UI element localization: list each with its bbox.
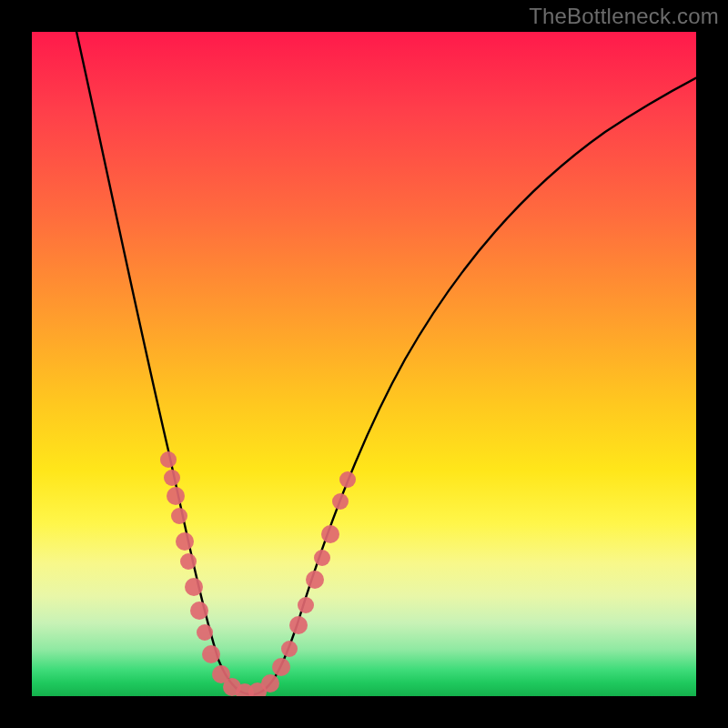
svg-point-4 <box>176 532 194 551</box>
svg-point-20 <box>314 550 330 566</box>
svg-point-7 <box>190 602 208 620</box>
watermark-text: TheBottleneck.com <box>529 4 719 29</box>
curve-svg <box>32 32 696 696</box>
svg-point-22 <box>332 493 349 510</box>
bottleneck-curve <box>76 32 696 694</box>
svg-point-14 <box>261 674 279 693</box>
svg-point-18 <box>298 597 314 613</box>
svg-point-5 <box>180 553 197 570</box>
svg-point-1 <box>164 470 180 486</box>
svg-point-6 <box>185 578 203 596</box>
svg-point-21 <box>321 525 339 543</box>
plot-area <box>32 32 696 696</box>
svg-point-23 <box>339 471 356 488</box>
highlight-beads <box>160 451 356 696</box>
chart-frame: TheBottleneck.com <box>0 0 728 728</box>
svg-point-0 <box>160 451 177 468</box>
svg-point-9 <box>202 645 220 663</box>
svg-point-3 <box>171 508 187 524</box>
svg-point-17 <box>289 616 308 634</box>
svg-point-8 <box>197 624 213 641</box>
svg-point-19 <box>306 571 324 589</box>
svg-point-2 <box>167 487 185 505</box>
svg-point-15 <box>272 658 290 676</box>
svg-point-16 <box>281 641 298 657</box>
